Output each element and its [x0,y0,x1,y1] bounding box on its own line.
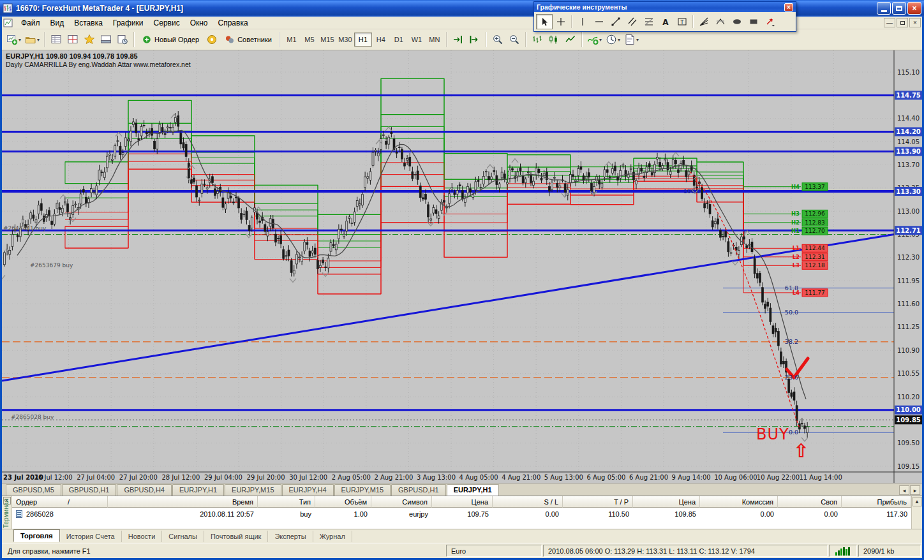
terminal-panel-button[interactable] [98,31,114,48]
horizontal-line-tool-button[interactable] [591,14,607,29]
column-header-4[interactable]: Символ [371,496,432,508]
terminal-tab-6[interactable]: Журнал [313,531,352,542]
line-chart-button[interactable] [562,31,579,48]
terminal-tab-0[interactable]: Торговля [13,529,60,542]
rectangle-tool-button[interactable] [745,14,762,29]
column-header-1[interactable]: Время [108,496,258,508]
fibo-expansion-tool-button[interactable] [712,14,729,29]
zoom-out-button[interactable] [506,31,523,48]
menu-item-графики[interactable]: Графики [108,17,149,29]
minimize-button[interactable] [877,2,891,15]
strategy-tester-button[interactable] [114,31,131,48]
autotrading-button[interactable] [204,31,220,48]
tab-scroll-right-icon[interactable]: ▸ [910,485,920,495]
svg-text:112.70: 112.70 [805,228,825,234]
text-tool-button[interactable]: A [657,14,674,29]
crosshair-tool-button[interactable] [553,14,569,29]
price-chart[interactable]: BUY⇧#2643441 buy#2653679 buy#2865028 buy… [2,50,922,483]
terminal-tab-1[interactable]: История Счета [60,531,122,542]
fibo-retracement-tool-button[interactable] [641,14,657,29]
chart-tab-eurjpy-m15[interactable]: EURJPY,M15 [334,484,391,496]
menu-item-файл[interactable]: Файл [16,17,45,29]
chart-tab-eurjpy-h1[interactable]: EURJPY,H1 [172,484,224,496]
menu-item-вид[interactable]: Вид [45,17,70,29]
chart-tab-eurjpy-m15[interactable]: EURJPY,M15 [225,484,281,496]
timeframe-m5-button[interactable]: M5 [301,33,318,47]
mdi-minimize-button[interactable]: — [884,18,895,27]
market-watch-button[interactable] [48,31,64,48]
column-header-5[interactable]: Цена [432,496,493,508]
periods-dropdown-icon[interactable]: ▾ [618,37,620,43]
timeframe-mn-button[interactable]: MN [426,33,443,47]
chart-tab-eurjpy-h4[interactable]: EURJPY,H4 [282,484,334,496]
timeframe-h1-button[interactable]: H1 [354,33,372,47]
trendline-tool-button[interactable] [607,14,624,29]
chart-tab-gbpusd-h4[interactable]: GBPUSD,H4 [117,484,172,496]
scroll-up-icon[interactable]: ▲ [913,497,922,506]
auto-scroll-button[interactable] [466,31,483,48]
menu-item-вставка[interactable]: Вставка [69,17,108,29]
profiles-dropdown-icon[interactable]: ▾ [37,37,40,43]
column-header-6[interactable]: S / L [493,496,563,508]
chart-shift-button[interactable] [450,31,466,48]
chart-tab-gbpusd-h1[interactable]: GBPUSD,H1 [391,484,446,496]
column-header-11[interactable]: Прибыль [842,496,911,508]
mdi-close-button[interactable]: × [909,18,921,27]
timeframe-m1-button[interactable]: M1 [283,33,301,47]
zoom-in-button[interactable] [489,31,506,48]
close-button[interactable]: × [907,2,921,15]
candlestick-chart-button[interactable] [546,31,562,48]
timeframe-m30-button[interactable]: M30 [336,33,354,47]
menu-item-сервис[interactable]: Сервис [149,17,185,29]
order-row[interactable]: 28650282010.08.11 20:57buy1.00eurjpy109.… [12,508,911,520]
chart-tab-gbpusd-h1[interactable]: GBPUSD,H1 [62,484,117,496]
fibo-fan-tool-button[interactable] [696,14,712,29]
chart-tab-gbpusd-m5[interactable]: GBPUSD,M5 [6,484,61,496]
column-header-9[interactable]: Комиссия [700,496,778,508]
bar-chart-button[interactable] [529,31,546,48]
terminal-tab-2[interactable]: Новости [122,531,163,542]
new-chart-button[interactable]: ▾ [4,31,23,48]
new-order-button[interactable]: Новый Ордер [137,31,204,48]
timeframe-d1-button[interactable]: D1 [390,33,408,47]
tab-scroll-left-icon[interactable]: ◂ [899,485,909,495]
channel-tool-button[interactable] [624,14,641,29]
mdi-restore-button[interactable] [897,18,908,27]
navigator-button[interactable] [81,31,98,48]
new-chart-dropdown-icon[interactable]: ▾ [19,37,21,43]
chart-area[interactable]: BUY⇧#2643441 buy#2653679 buy#2865028 buy… [2,50,922,483]
column-header-8[interactable]: Цена [633,496,700,508]
column-header-2[interactable]: Тип [258,496,315,508]
timeframe-h4-button[interactable]: H4 [372,33,390,47]
profiles-button[interactable]: ▾ [23,31,41,48]
text-label-tool-button[interactable]: T [674,14,690,29]
indicators-button[interactable]: ▾ [585,31,604,48]
menu-item-окно[interactable]: Окно [185,17,213,29]
experts-button[interactable]: Советники [220,31,276,48]
graphic-tools-window[interactable]: Графические инструменты × AT [533,1,796,32]
templates-dropdown-icon[interactable]: ▾ [636,37,639,43]
timeframe-w1-button[interactable]: W1 [408,33,426,47]
data-window-button[interactable] [64,31,81,48]
graphic-tools-close-button[interactable]: × [784,3,793,11]
templates-button[interactable]: ▾ [622,31,641,48]
maximize-button[interactable] [892,2,906,15]
terminal-tab-3[interactable]: Сигналы [162,531,204,542]
arrows-tool-button[interactable] [762,14,779,29]
menu-item-справка[interactable]: Справка [213,17,253,29]
column-header-10[interactable]: Своп [778,496,842,508]
cursor-tool-button[interactable] [536,14,553,29]
ellipse-tool-button[interactable] [729,14,745,29]
column-header-7[interactable]: T / P [563,496,633,508]
vertical-line-tool-button[interactable] [574,14,591,29]
indicators-dropdown-icon[interactable]: ▾ [599,37,602,43]
column-header-0[interactable]: Ордер/ [12,496,108,508]
terminal-tab-5[interactable]: Эксперты [268,531,313,542]
column-header-3[interactable]: Объём [315,496,371,508]
graphic-tools-titlebar[interactable]: Графические инструменты × [534,2,796,12]
chart-tab-eurjpy-h1[interactable]: EURJPY,H1 [447,484,499,496]
terminal-tab-4[interactable]: Почтовый ящик [204,531,268,542]
periods-button[interactable]: ▾ [604,31,622,48]
terminal-scrollbar[interactable]: ▲ [911,496,922,529]
timeframe-m15-button[interactable]: M15 [318,33,336,47]
